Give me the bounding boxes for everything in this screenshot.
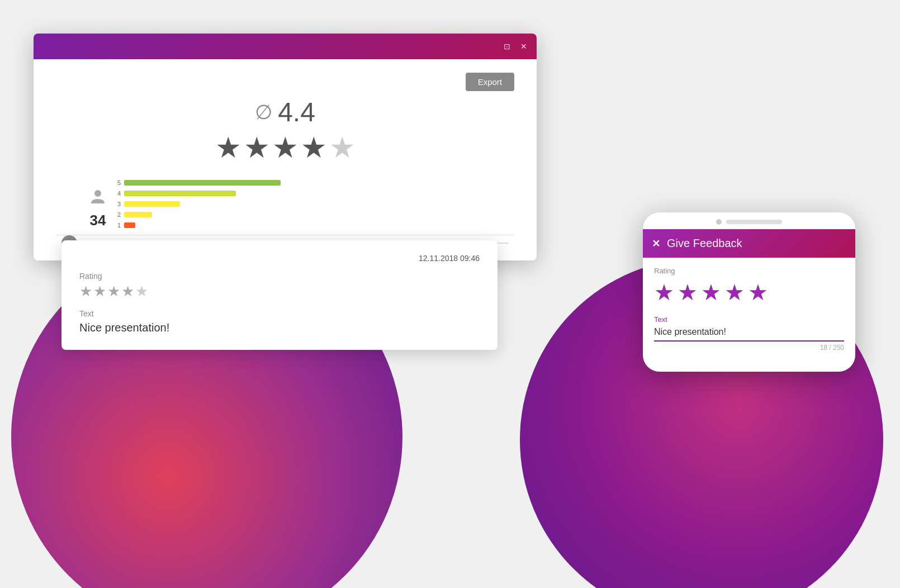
feedback-date: 12.11.2018 09:46 — [79, 254, 480, 263]
bar-row-5: 5 — [115, 179, 481, 187]
feedback-stars: ★ ★ ★ ★ ★ — [79, 283, 480, 300]
average-icon: ∅ — [255, 101, 272, 124]
phone-star-2[interactable]: ★ — [678, 279, 698, 305]
window-body: Export ∅ 4.4 ★ ★ ★ ★ ★ — [34, 59, 537, 260]
phone-camera — [716, 219, 722, 225]
average-value: ∅ 4.4 — [56, 97, 514, 127]
bars-container: 5 4 3 2 1 — [115, 179, 481, 229]
bar-label-5: 5 — [115, 179, 121, 186]
bar-label-4: 4 — [115, 190, 121, 197]
feedback-card: 12.11.2018 09:46 Rating ★ ★ ★ ★ ★ Text N… — [61, 240, 498, 350]
feedback-star-2: ★ — [93, 283, 106, 300]
phone-stars: ★ ★ ★ ★ ★ — [654, 279, 844, 305]
bar-fill-1 — [124, 222, 135, 228]
bar-label-3: 3 — [115, 201, 121, 207]
phone-title: Give Feedback — [667, 237, 742, 250]
phone-char-count: 18 / 250 — [654, 344, 844, 352]
star-4: ★ — [301, 131, 327, 164]
phone-speaker — [726, 220, 782, 224]
phone-header: ✕ Give Feedback — [643, 229, 855, 258]
star-3: ★ — [272, 131, 299, 164]
restore-button[interactable]: ⊡ — [502, 41, 512, 51]
average-number: 4.4 — [278, 97, 315, 127]
person-icon — [89, 189, 106, 210]
average-rating-section: ∅ 4.4 ★ ★ ★ ★ ★ — [56, 91, 514, 179]
bar-fill-5 — [124, 180, 281, 186]
star-2: ★ — [244, 131, 270, 164]
phone-notch — [643, 212, 855, 229]
feedback-star-5: ★ — [135, 283, 148, 300]
phone-body: Rating ★ ★ ★ ★ ★ Text Nice presentation!… — [643, 258, 855, 361]
rating-chart: 34 5 4 3 2 — [56, 179, 514, 235]
mobile-phone: ✕ Give Feedback Rating ★ ★ ★ ★ ★ Text Ni… — [643, 212, 855, 372]
person-count: 34 — [90, 212, 106, 229]
phone-text-value[interactable]: Nice presentation! — [654, 327, 844, 342]
bar-label-2: 2 — [115, 211, 121, 218]
export-button[interactable]: Export — [466, 73, 514, 91]
phone-star-5[interactable]: ★ — [748, 279, 768, 305]
phone-star-4[interactable]: ★ — [724, 279, 745, 305]
text-label: Text — [79, 309, 480, 318]
desktop-window: ⊡ ✕ Export ∅ 4.4 ★ ★ ★ ★ ★ — [34, 34, 537, 260]
close-button[interactable]: ✕ — [519, 41, 529, 51]
bar-fill-4 — [124, 191, 236, 196]
bar-fill-2 — [124, 212, 152, 217]
rating-label: Rating — [79, 272, 480, 281]
phone-rating-label: Rating — [654, 267, 844, 275]
bar-row-3: 3 — [115, 200, 481, 208]
star-5: ★ — [329, 131, 356, 164]
window-titlebar: ⊡ ✕ — [34, 34, 537, 59]
bar-row-2: 2 — [115, 211, 481, 219]
chart-count-section: 34 — [89, 189, 106, 229]
phone-close-icon[interactable]: ✕ — [652, 238, 660, 250]
phone-star-3[interactable]: ★ — [701, 279, 721, 305]
bar-label-1: 1 — [115, 222, 121, 229]
star-1: ★ — [215, 131, 241, 164]
bar-fill-3 — [124, 201, 180, 207]
bar-row-4: 4 — [115, 189, 481, 197]
bar-row-1: 1 — [115, 221, 481, 229]
average-stars: ★ ★ ★ ★ ★ — [56, 131, 514, 164]
phone-text-label: Text — [654, 315, 844, 324]
feedback-star-3: ★ — [107, 283, 120, 300]
feedback-star-4: ★ — [121, 283, 134, 300]
phone-star-1[interactable]: ★ — [654, 279, 674, 305]
svg-point-0 — [94, 190, 101, 197]
text-value: Nice presentation! — [79, 321, 480, 334]
feedback-star-1: ★ — [79, 283, 92, 300]
